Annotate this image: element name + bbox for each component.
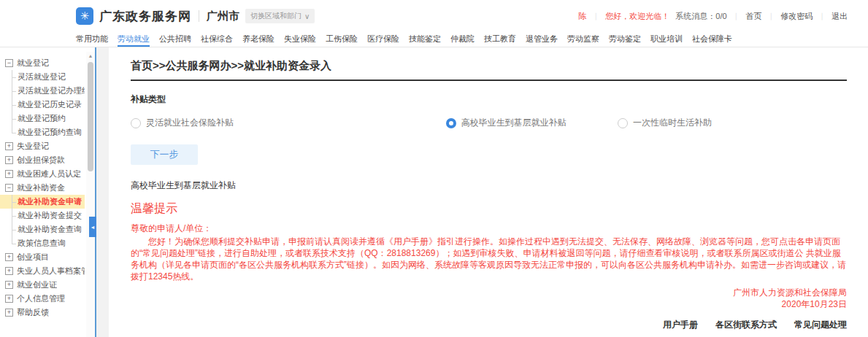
- selected-subsidy-title: 高校毕业生到基层就业补贴: [131, 179, 847, 192]
- sidebar-item-label: 就业补助资金: [17, 182, 65, 193]
- sidebar-collapse-handle[interactable]: ◄: [89, 217, 96, 237]
- footer-link[interactable]: 用户手册: [663, 319, 698, 331]
- header-link[interactable]: 首页: [745, 11, 761, 22]
- nav-item[interactable]: 劳动鉴定: [609, 32, 641, 47]
- nav-item[interactable]: 常用功能: [76, 32, 108, 47]
- sidebar-item-label: 政策信息查询: [18, 238, 66, 249]
- nav-item[interactable]: 职业培训: [650, 32, 683, 47]
- expand-icon[interactable]: +: [5, 267, 13, 275]
- sidebar-item-label: 就业补助资金查询: [18, 224, 82, 235]
- divider: [199, 10, 199, 22]
- sidebar-item[interactable]: +失业登记: [0, 139, 85, 153]
- sidebar-item[interactable]: +就业创业证: [0, 278, 85, 292]
- sidebar-item[interactable]: 就业登记历史记录: [0, 98, 85, 112]
- sidebar-item-label: 帮助反馈: [17, 307, 49, 318]
- sidebar-item[interactable]: 灵活就业登记: [0, 70, 85, 84]
- site-logo[interactable]: ✳ 广东政务服务网: [76, 7, 191, 25]
- sidebar-item-label: 灵活就业登记: [18, 71, 66, 82]
- sidebar-item-label: 就业困难人员认定: [17, 168, 81, 179]
- expand-icon[interactable]: +: [5, 156, 13, 164]
- next-step-button[interactable]: 下一步: [131, 144, 198, 165]
- sidebar-item-label: 就业登记预约查询: [18, 127, 82, 138]
- footer-link[interactable]: 常见问题处理: [794, 319, 847, 331]
- scroll-up-arrow-icon[interactable]: ▲: [86, 52, 95, 61]
- sidebar-item[interactable]: +失业人员人事档案管理: [0, 264, 85, 278]
- sidebar-item[interactable]: +就业困难人员认定: [0, 167, 85, 181]
- radio-option-label: 灵活就业社会保险补贴: [146, 117, 234, 129]
- expand-icon[interactable]: +: [5, 170, 13, 178]
- radio-option[interactable]: 高校毕业生到基层就业补贴: [446, 117, 618, 129]
- sidebar-item-label: 创业项目: [17, 252, 49, 263]
- tree-branch-icon: [8, 236, 18, 250]
- notice-title: 温馨提示: [131, 201, 847, 217]
- system-message-count[interactable]: 系统消息：0/0: [675, 11, 726, 22]
- radio-unchecked-icon[interactable]: [131, 118, 141, 128]
- sidebar-item[interactable]: +帮助反馈: [0, 306, 85, 319]
- tree-branch-icon: [8, 222, 18, 236]
- sidebar-item-label: 灵活就业登记办理结果: [18, 85, 85, 96]
- sidebar-item-label: 就业补助资金提交: [18, 210, 82, 221]
- region-switch-dropdown[interactable]: 切换区域和部门 ∨: [245, 9, 315, 23]
- divider: ｜: [733, 11, 740, 21]
- sidebar-item[interactable]: +个人信息管理: [0, 292, 85, 306]
- sidebar-item[interactable]: +创业担保贷款: [0, 153, 85, 167]
- nav-item[interactable]: 养老保险: [242, 32, 274, 47]
- sidebar-item-label: 就业创业证: [17, 279, 57, 290]
- scrollbar-thumb[interactable]: [88, 62, 93, 171]
- nav-item[interactable]: 医疗保险: [367, 32, 399, 47]
- radio-option-label: 一次性临时生活补助: [633, 117, 712, 129]
- radio-checked-icon[interactable]: [446, 118, 456, 128]
- username: 陈: [579, 11, 587, 22]
- tree-branch-icon: [8, 209, 18, 222]
- nav-item[interactable]: 社保综合: [201, 32, 233, 47]
- tree-branch-icon: [8, 125, 18, 139]
- expand-icon[interactable]: +: [5, 295, 13, 303]
- sidebar-item[interactable]: 就业登记预约查询: [0, 125, 85, 139]
- sidebar-scrollbar[interactable]: ▲: [86, 52, 95, 337]
- nav-item[interactable]: 技能鉴定: [409, 32, 441, 47]
- sidebar-item[interactable]: −就业补助资金: [0, 181, 85, 195]
- divider: ｜: [593, 11, 600, 21]
- radio-option[interactable]: 灵活就业社会保险补贴: [131, 117, 446, 129]
- nav-item[interactable]: 社会保障卡: [692, 32, 732, 47]
- nav-item[interactable]: 失业保险: [284, 32, 316, 47]
- main-nav: 常用功能劳动就业公共招聘社保综合养老保险失业保险工伤保险医疗保险技能鉴定仲裁院技…: [0, 32, 868, 47]
- radio-option[interactable]: 一次性临时生活补助: [618, 117, 712, 129]
- sidebar-item[interactable]: 灵活就业登记办理结果: [0, 84, 85, 98]
- nav-item[interactable]: 技工教育: [484, 32, 516, 47]
- notice-date: 2020年10月23日: [131, 298, 847, 310]
- expand-icon[interactable]: +: [5, 142, 13, 150]
- sidebar-item-label: 失业人员人事档案管理: [17, 266, 85, 276]
- expand-icon[interactable]: +: [5, 309, 13, 317]
- sidebar-item[interactable]: 就业补助资金提交: [0, 209, 85, 222]
- subsidy-options: 灵活就业社会保险补贴高校毕业生到基层就业补贴一次性临时生活补助: [131, 117, 847, 129]
- sidebar-item[interactable]: 就业补助资金申请: [0, 195, 85, 209]
- welcome-text: 您好，欢迎光临！: [605, 11, 669, 22]
- expand-icon[interactable]: +: [5, 253, 13, 261]
- sidebar-item-label: 失业登记: [17, 141, 49, 152]
- nav-item[interactable]: 工伤保险: [326, 32, 358, 47]
- region-switch-label: 切换区域和部门: [250, 11, 302, 21]
- collapse-icon[interactable]: −: [5, 184, 13, 192]
- tree-branch-icon: [8, 70, 18, 84]
- sidebar-item[interactable]: 就业登记预约: [0, 112, 85, 125]
- header-link[interactable]: 修改密码: [780, 11, 813, 22]
- header-links: ｜首页｜修改密码｜退出: [733, 11, 848, 22]
- nav-item[interactable]: 劳动监察: [567, 32, 599, 47]
- collapse-icon[interactable]: −: [5, 59, 13, 67]
- expand-icon[interactable]: +: [5, 281, 13, 289]
- sidebar-item[interactable]: 就业补助资金查询: [0, 222, 85, 236]
- header-link[interactable]: 退出: [831, 11, 848, 22]
- tree-branch-icon: [8, 112, 18, 125]
- sidebar-item[interactable]: 政策信息查询: [0, 236, 85, 250]
- notice-salutation: 尊敬的申请人/单位：: [131, 222, 847, 234]
- footer-link[interactable]: 各区街联系方式: [715, 319, 777, 331]
- radio-unchecked-icon[interactable]: [618, 118, 628, 128]
- nav-item[interactable]: 仲裁院: [450, 32, 475, 47]
- tree-branch-icon: [8, 84, 18, 98]
- nav-item[interactable]: 退管业务: [526, 32, 558, 47]
- sidebar-item[interactable]: +创业项目: [0, 250, 85, 264]
- sidebar-item[interactable]: −就业登记: [0, 56, 85, 70]
- nav-item[interactable]: 公共招聘: [159, 32, 191, 47]
- nav-item[interactable]: 劳动就业: [118, 32, 150, 47]
